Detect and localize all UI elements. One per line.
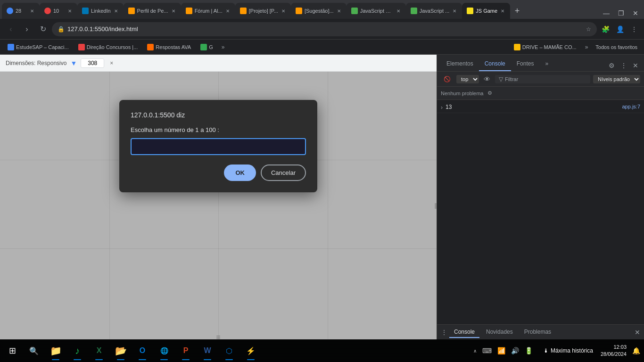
new-tab-button[interactable]: + [510,3,524,19]
todos-favoritos[interactable]: Todos os favoritos [593,44,640,50]
minimize-button[interactable]: — [599,8,613,19]
eye-icon[interactable]: 👁 [482,74,492,85]
tab-item-10[interactable]: JS Game ✕ [462,3,510,19]
tab-item-2[interactable]: 10 ✕ [40,3,77,19]
tab-item-6[interactable]: [Projeto] [P... ✕ [235,3,291,19]
taskbar-app-outlook[interactable]: O [132,340,153,361]
responsive-close-button[interactable]: × [110,60,113,66]
extensions-button[interactable]: 🧩 [599,23,612,36]
tab-close-10[interactable]: ✕ [500,8,505,15]
bottom-tab-problemas[interactable]: Problemas [520,327,556,338]
tab-bar: 28 ✕ 10 ✕ LinkedIn ✕ Perfil de Pe... ✕ F… [0,0,644,19]
devtools-bottom-menu-button[interactable]: ⋮ [441,329,447,336]
issues-gear-button[interactable]: ⚙ [487,90,492,96]
taskbar-app-word[interactable]: W [197,340,218,361]
tab-more-devtools[interactable]: » [539,57,554,71]
devtools-tabs-bar: Elementos Console Fontes » ⚙ ⋮ ✕ [437,55,644,72]
restore-button[interactable]: ❐ [614,8,628,19]
tray-expand-button[interactable]: ∧ [471,346,479,355]
profile-button[interactable]: 👤 [613,23,627,36]
tab-item-3[interactable]: LinkedIn ✕ [77,3,124,19]
modal-ok-button[interactable]: OK [224,165,256,181]
modal-input[interactable] [131,138,306,155]
bookmark-favicon-drive [514,44,520,50]
tab-close-8[interactable]: ✕ [396,8,401,15]
bookmark-respostas[interactable]: Respostas AVA [143,42,195,52]
weather-icon: 🌡 [543,347,549,354]
devtools-more-button[interactable]: ⋮ [619,60,629,71]
modal-cancel-button[interactable]: Cancelar [261,165,306,181]
console-link-1[interactable]: app.js:7 [622,104,640,109]
bottom-tab-console[interactable]: Console [449,327,479,338]
taskbar-app-spotify[interactable]: ♪ [67,340,88,361]
tab-close-3[interactable]: ✕ [113,8,119,15]
search-taskbar-button[interactable]: 🔍 [24,340,44,361]
tab-favicon-7 [296,8,302,14]
clear-console-button[interactable]: 🚫 [441,74,454,84]
tray-volume-icon[interactable]: 🔊 [509,345,521,356]
devtools-settings-button[interactable]: ⚙ [607,60,617,71]
bookmark-direcao[interactable]: Direção Concursos |... [74,42,142,52]
levels-select[interactable]: Níveis padrão [593,75,640,83]
start-button[interactable]: ⊞ [2,340,23,361]
bookmark-estudesap[interactable]: EstudeSAP – Capaci... [4,42,73,52]
tab-close-7[interactable]: ✕ [336,8,342,15]
tab-close-1[interactable]: ✕ [29,8,35,15]
close-browser-button[interactable]: ✕ [629,8,642,19]
tab-close-5[interactable]: ✕ [225,8,231,15]
tray-time-value: 12:03 [601,344,627,351]
tab-close-4[interactable]: ✕ [171,8,176,15]
taskbar-app-powerpoint[interactable]: P [175,340,196,361]
menu-button[interactable]: ⋮ [628,23,640,36]
powerpoint-icon: P [183,346,189,355]
tab-close-9[interactable]: ✕ [452,8,457,15]
tab-item-9[interactable]: JavaScript ... ✕ [406,3,462,19]
tray-battery-icon[interactable]: 🔋 [523,345,535,356]
tray-date-value: 28/06/2024 [601,351,627,358]
tab-item-4[interactable]: Perfil de Pe... ✕ [124,3,181,19]
tab-elements[interactable]: Elementos [441,57,479,71]
bookmarks-all[interactable]: » [582,42,591,52]
tab-console[interactable]: Console [479,57,511,71]
tray-notification-button[interactable]: 🔔 [630,345,642,356]
tab-sources[interactable]: Fontes [511,57,540,71]
bookmark-drive[interactable]: DRIVE – MAMÃE CO... [510,42,580,52]
devtools-bottom-close-button[interactable]: ✕ [635,329,640,336]
refresh-button[interactable]: ↻ [36,22,50,36]
responsive-dropdown-icon[interactable]: ▼ [70,59,77,67]
tab-item-8[interactable]: JavaScript C... ✕ [347,3,406,19]
outlook-icon: O [140,346,145,355]
taskbar-weather[interactable]: 🌡 Máxima histórica [539,346,597,356]
tray-keyboard-icon[interactable]: ⌨ [480,345,494,356]
tray-network-icon[interactable]: 📶 [495,345,507,356]
responsive-width-input[interactable] [81,58,104,68]
tab-label-2: 10 [53,8,59,14]
tab-favicon-10 [467,8,473,14]
taskbar-app-folder2[interactable]: 📂 [110,340,131,361]
taskbar-app-excel[interactable]: X [89,340,109,361]
taskbar-app-terminal[interactable]: ⚡ [240,340,261,361]
tab-label-10: JS Game [476,8,497,14]
tab-item-1[interactable]: 28 ✕ [2,3,40,19]
tab-label-8: JavaScript C... [360,8,393,14]
devtools-close-button[interactable]: ✕ [631,60,640,71]
bottom-tab-novidades[interactable]: Novidades [481,327,518,338]
console-context-select[interactable]: top [456,75,479,83]
bookmarks-more[interactable]: » [219,42,228,52]
address-bar[interactable]: 🔒 127.0.0.1:5500/index.html ☆ [52,22,597,36]
forward-button[interactable]: › [20,22,34,36]
bookmark-favicon-2 [78,44,85,50]
back-button[interactable]: ‹ [4,22,18,36]
bookmark-google[interactable]: G [197,42,217,52]
taskbar-app-network[interactable]: 🌐 [154,340,174,361]
taskbar-app-explorer[interactable]: 📁 [45,340,66,361]
tray-datetime[interactable]: 12:03 28/06/2024 [598,344,629,358]
taskbar-app-vscode[interactable]: ⬡ [219,340,239,361]
bookmark-favicon-1 [8,44,14,50]
windows-taskbar: ⊞ 🔍 📁 ♪ X 📂 O 🌐 P W ⬡ ⚡ [0,339,644,362]
tab-close-6[interactable]: ✕ [281,8,286,15]
tab-item-5[interactable]: Fórum | Al... ✕ [181,3,235,19]
tab-close-2[interactable]: ✕ [67,8,73,15]
bookmark-icon[interactable]: ☆ [586,26,591,33]
tab-item-7[interactable]: [Sugestão]... ✕ [291,3,347,19]
